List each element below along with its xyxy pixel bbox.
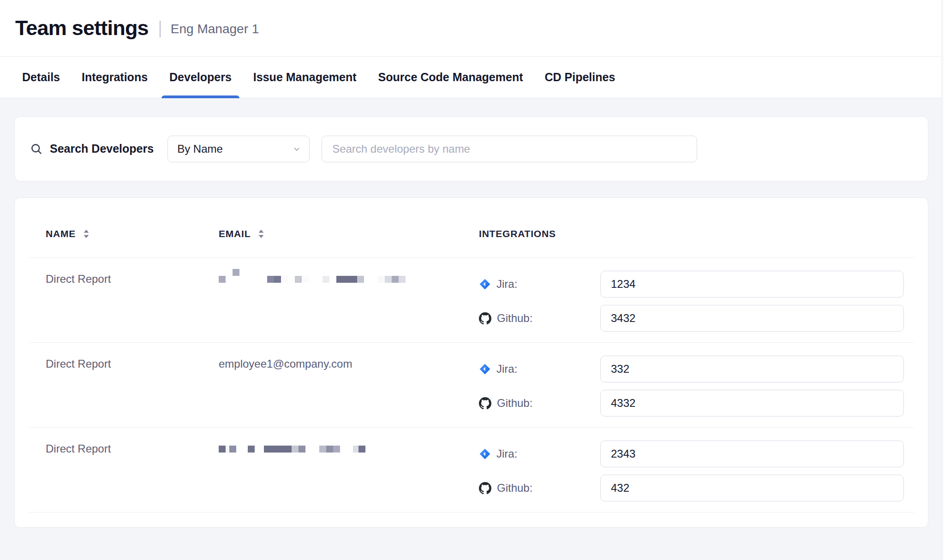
github-icon: [479, 482, 491, 494]
redacted-email: [219, 439, 479, 453]
developer-name: Direct Report: [29, 271, 219, 342]
column-header-name[interactable]: NAME: [29, 228, 219, 239]
github-integration-row: Github:: [479, 475, 914, 501]
developer-email: employee1@company.com: [219, 356, 479, 427]
developer-name: Direct Report: [29, 356, 219, 427]
tab-developers[interactable]: Developers: [161, 57, 239, 98]
jira-id-input[interactable]: [600, 271, 904, 298]
developer-email: [219, 271, 479, 342]
table-row: Direct Report Jira:: [29, 257, 914, 342]
github-id-input[interactable]: [600, 305, 904, 332]
search-filter-value: By Name: [177, 143, 223, 155]
jira-icon: [479, 448, 491, 460]
search-panel: Search Developers By Name: [14, 116, 928, 181]
github-label: Github:: [497, 312, 532, 325]
jira-integration-row: Jira:: [479, 356, 914, 382]
integrations-cell: Jira: Github:: [479, 271, 914, 342]
integrations-cell: Jira: Github:: [479, 441, 914, 512]
github-integration-row: Github:: [479, 390, 914, 417]
github-label: Github:: [497, 482, 532, 494]
github-icon: [479, 312, 491, 325]
github-icon: [479, 397, 491, 410]
search-filter-select[interactable]: By Name: [167, 136, 310, 162]
tab-source-code-management[interactable]: Source Code Management: [370, 57, 531, 98]
column-header-email[interactable]: EMAIL: [219, 228, 479, 239]
jira-id-input[interactable]: [600, 441, 904, 467]
tab-cd-pipelines[interactable]: CD Pipelines: [537, 57, 623, 98]
developers-table: NAME EMAIL INTEGRATIONS Direct Report: [14, 197, 928, 528]
tab-details[interactable]: Details: [14, 57, 68, 98]
table-row: Direct Report employee1@company.com Jira…: [29, 342, 914, 427]
tab-integrations[interactable]: Integrations: [74, 57, 155, 98]
jira-id-input[interactable]: [600, 356, 904, 382]
jira-label: Jira:: [496, 447, 517, 460]
title-separator: [160, 21, 161, 37]
jira-integration-row: Jira:: [479, 441, 914, 467]
redacted-email: [219, 269, 479, 283]
table-header-row: NAME EMAIL INTEGRATIONS: [29, 198, 914, 257]
search-label: Search Developers: [50, 142, 154, 155]
sort-icon: [258, 229, 264, 238]
jira-icon: [479, 278, 491, 290]
page-header: Team settings Eng Manager 1: [0, 0, 944, 57]
developer-name: Direct Report: [29, 441, 219, 512]
integrations-cell: Jira: Github:: [479, 356, 914, 427]
table-footer: [29, 512, 914, 527]
jira-integration-row: Jira:: [479, 271, 914, 298]
developer-email: [219, 441, 479, 512]
sort-icon: [83, 229, 90, 238]
jira-icon: [479, 363, 491, 375]
page-right-edge: [942, 0, 944, 560]
tab-bar: DetailsIntegrationsDevelopersIssue Manag…: [0, 57, 944, 98]
github-label: Github:: [497, 397, 532, 410]
jira-label: Jira:: [496, 363, 517, 375]
search-icon: [30, 143, 43, 155]
chevron-down-icon: [292, 144, 302, 154]
table-row: Direct Report Jira:: [29, 427, 914, 512]
search-input[interactable]: [322, 136, 697, 162]
column-header-integrations: INTEGRATIONS: [479, 228, 914, 239]
tab-issue-management[interactable]: Issue Management: [245, 57, 364, 98]
jira-label: Jira:: [496, 278, 517, 291]
github-id-input[interactable]: [600, 390, 904, 417]
page-subtitle: Eng Manager 1: [171, 22, 259, 36]
github-id-input[interactable]: [600, 475, 904, 501]
github-integration-row: Github:: [479, 305, 914, 332]
page-title: Team settings: [15, 16, 149, 40]
